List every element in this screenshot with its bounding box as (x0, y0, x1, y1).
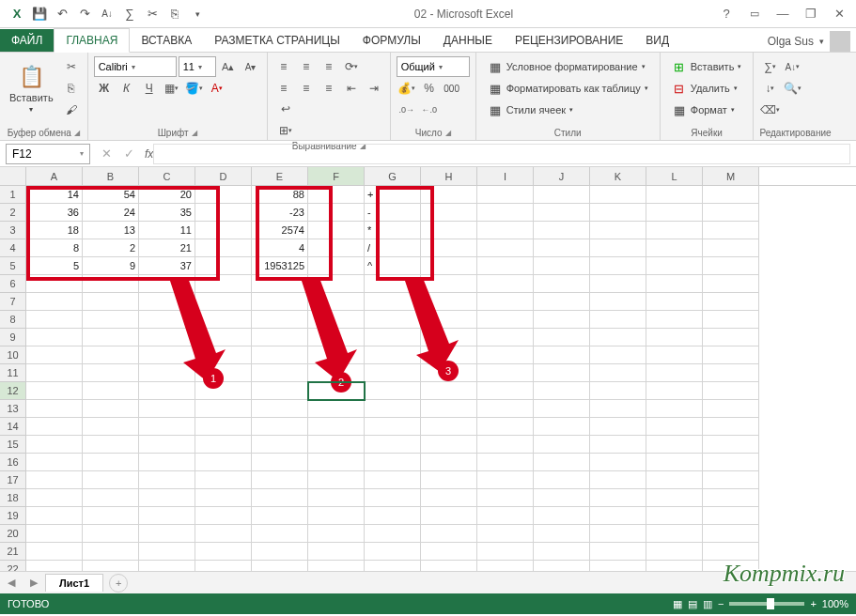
cell-I19[interactable] (477, 507, 534, 525)
sort-icon[interactable]: A↓ (98, 5, 117, 23)
row-header-18[interactable]: 18 (0, 489, 26, 507)
cell-L15[interactable] (646, 436, 703, 454)
column-header-B[interactable]: B (83, 167, 139, 185)
cell-F18[interactable] (308, 489, 365, 507)
cell-F15[interactable] (308, 436, 365, 454)
row-header-21[interactable]: 21 (0, 543, 26, 561)
cell-I15[interactable] (477, 436, 534, 454)
column-header-L[interactable]: L (646, 167, 703, 185)
cell-C13[interactable] (139, 400, 195, 418)
fill-icon[interactable]: ↓▾ (759, 78, 780, 99)
cell-A15[interactable] (26, 436, 83, 454)
row-header-11[interactable]: 11 (0, 364, 26, 382)
tab-review[interactable]: РЕЦЕНЗИРОВАНИЕ (504, 29, 634, 52)
zoom-out-button[interactable]: − (718, 598, 724, 609)
cell-M16[interactable] (703, 454, 759, 471)
cell-H14[interactable] (421, 418, 477, 436)
row-header-22[interactable]: 22 (0, 561, 26, 571)
user-name[interactable]: Olga Sus (768, 35, 814, 48)
clipboard-launcher[interactable]: ◢ (74, 129, 80, 137)
cell-I10[interactable] (477, 346, 534, 364)
cell-M13[interactable] (703, 400, 759, 418)
sheet-tab-1[interactable]: Лист1 (45, 574, 103, 592)
cell-K19[interactable] (590, 507, 646, 525)
cell-F13[interactable] (308, 400, 365, 418)
cell-I2[interactable] (477, 204, 534, 222)
cell-E16[interactable] (252, 454, 308, 471)
cell-J16[interactable] (534, 454, 590, 471)
sheet-nav-next[interactable]: ▶ (23, 577, 45, 589)
row-header-7[interactable]: 7 (0, 293, 26, 311)
formula-bar[interactable] (153, 144, 850, 164)
cell-H18[interactable] (421, 489, 477, 507)
zoom-in-button[interactable]: + (810, 598, 816, 609)
cell-B7[interactable] (83, 293, 139, 311)
font-size-combo[interactable]: 11▾ (179, 56, 216, 77)
cell-M14[interactable] (703, 418, 759, 436)
cell-B14[interactable] (83, 418, 139, 436)
cell-M17[interactable] (703, 471, 759, 489)
column-header-F[interactable]: F (308, 167, 365, 185)
cell-I3[interactable] (477, 222, 534, 239)
cell-M18[interactable] (703, 489, 759, 507)
cell-M6[interactable] (703, 275, 759, 293)
cell-J2[interactable] (534, 204, 590, 222)
cell-D14[interactable] (195, 418, 252, 436)
cell-J15[interactable] (534, 436, 590, 454)
cell-B20[interactable] (83, 525, 139, 543)
row-header-13[interactable]: 13 (0, 400, 26, 418)
cell-K16[interactable] (590, 454, 646, 471)
paste-button[interactable]: 📋 Вставить ▾ (6, 56, 57, 120)
cell-A7[interactable] (26, 293, 83, 311)
cell-D22[interactable] (195, 561, 252, 571)
add-sheet-button[interactable]: + (109, 574, 128, 593)
cell-F20[interactable] (308, 525, 365, 543)
cell-G13[interactable] (365, 400, 421, 418)
row-header-10[interactable]: 10 (0, 346, 26, 364)
row-header-1[interactable]: 1 (0, 186, 26, 204)
cell-B15[interactable] (83, 436, 139, 454)
cell-B16[interactable] (83, 454, 139, 471)
cell-I21[interactable] (477, 543, 534, 561)
row-header-8[interactable]: 8 (0, 311, 26, 329)
cell-A18[interactable] (26, 489, 83, 507)
enter-formula-icon[interactable]: ✓ (118, 144, 139, 164)
column-header-I[interactable]: I (477, 167, 534, 185)
align-center-icon[interactable]: ≡ (296, 78, 317, 99)
cell-K10[interactable] (590, 346, 646, 364)
cell-M9[interactable] (703, 329, 759, 346)
cell-L16[interactable] (646, 454, 703, 471)
undo-icon[interactable]: ↶ (53, 5, 71, 23)
align-middle-icon[interactable]: ≡ (296, 56, 317, 77)
font-color-button[interactable]: A▾ (207, 78, 227, 99)
cell-K9[interactable] (590, 329, 646, 346)
tab-home[interactable]: ГЛАВНАЯ (54, 28, 130, 53)
cell-K13[interactable] (590, 400, 646, 418)
cell-B17[interactable] (83, 471, 139, 489)
cell-M1[interactable] (703, 186, 759, 204)
cell-I20[interactable] (477, 525, 534, 543)
view-normal-icon[interactable]: ▦ (673, 598, 682, 610)
cell-K3[interactable] (590, 222, 646, 239)
cell-A11[interactable] (26, 364, 83, 382)
cell-E20[interactable] (252, 525, 308, 543)
cell-B12[interactable] (83, 382, 139, 400)
cell-L11[interactable] (646, 364, 703, 382)
cell-K5[interactable] (590, 257, 646, 275)
select-all-corner[interactable] (0, 167, 26, 185)
cell-H19[interactable] (421, 507, 477, 525)
cell-M11[interactable] (703, 364, 759, 382)
font-launcher[interactable]: ◢ (192, 129, 197, 137)
qat-dropdown-icon[interactable]: ▾ (188, 5, 207, 23)
cell-D12[interactable] (195, 382, 252, 400)
wrap-text-icon[interactable]: ↩ (273, 99, 298, 119)
cell-J9[interactable] (534, 329, 590, 346)
cell-K22[interactable] (590, 561, 646, 571)
cell-I13[interactable] (477, 400, 534, 418)
cell-B18[interactable] (83, 489, 139, 507)
restore-icon[interactable]: ❐ (798, 4, 824, 24)
border-button[interactable]: ▦▾ (162, 78, 182, 99)
row-header-5[interactable]: 5 (0, 257, 26, 275)
cell-J21[interactable] (534, 543, 590, 561)
column-header-H[interactable]: H (421, 167, 477, 185)
